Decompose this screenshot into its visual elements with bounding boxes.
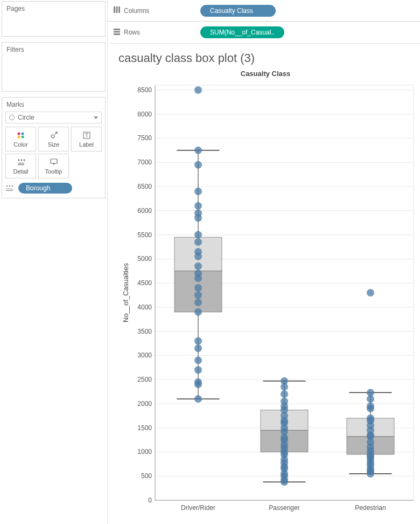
svg-text:Driver/Rider: Driver/Rider — [181, 504, 215, 512]
svg-rect-10 — [18, 163, 24, 163]
detail-shelf-icon — [5, 184, 15, 192]
columns-icon — [113, 6, 121, 15]
data-point[interactable] — [194, 356, 202, 364]
detail-pill-borough[interactable]: Borough — [18, 183, 72, 194]
data-point[interactable] — [281, 390, 288, 398]
tooltip-button[interactable]: Tooltip — [38, 154, 69, 178]
columns-label: Columns — [124, 7, 149, 15]
size-icon — [49, 130, 59, 140]
color-icon — [16, 130, 26, 140]
svg-text:2500: 2500 — [137, 376, 152, 383]
marks-card: Marks Circle Color — [2, 97, 106, 198]
data-point[interactable] — [194, 202, 202, 210]
chart-area[interactable]: 0500100015002000250030003500400045005000… — [112, 80, 419, 523]
svg-rect-11 — [18, 164, 24, 165]
data-point[interactable] — [194, 161, 202, 169]
svg-text:5000: 5000 — [137, 255, 152, 263]
size-button[interactable]: Size — [38, 127, 69, 151]
svg-point-13 — [6, 185, 8, 187]
detail-button[interactable]: Detail — [5, 154, 36, 178]
pages-title: Pages — [2, 2, 105, 15]
label-icon: T — [82, 130, 92, 140]
svg-text:4000: 4000 — [137, 304, 152, 311]
svg-point-2 — [17, 136, 20, 139]
viz-title: casualty class box plot (3) — [112, 51, 419, 68]
svg-text:6500: 6500 — [137, 183, 152, 190]
data-point[interactable] — [194, 86, 202, 94]
label-button[interactable]: T Label — [71, 127, 102, 151]
data-point[interactable] — [281, 478, 288, 486]
data-point[interactable] — [194, 291, 202, 299]
data-point[interactable] — [194, 395, 202, 403]
svg-point-8 — [20, 160, 22, 161]
svg-text:No__of_Casualties: No__of_Casualties — [122, 263, 130, 322]
data-point[interactable] — [194, 238, 202, 246]
svg-text:0: 0 — [148, 497, 152, 504]
rows-pill[interactable]: SUM(No__of_Casual.. — [200, 26, 284, 38]
chevron-down-icon — [94, 116, 98, 119]
svg-text:2000: 2000 — [137, 400, 152, 408]
svg-text:T: T — [85, 133, 88, 139]
svg-point-1 — [21, 133, 24, 135]
svg-text:8500: 8500 — [137, 86, 152, 94]
data-point[interactable] — [367, 405, 374, 412]
mark-type-select[interactable]: Circle — [5, 112, 102, 123]
svg-rect-19 — [116, 6, 118, 13]
rows-icon — [113, 28, 121, 37]
data-point[interactable] — [194, 147, 202, 154]
column-header: Casualty Class — [112, 70, 419, 78]
data-point[interactable] — [194, 299, 202, 306]
svg-point-4 — [51, 135, 54, 138]
svg-text:3000: 3000 — [137, 351, 152, 359]
data-point[interactable] — [367, 289, 374, 297]
svg-text:5500: 5500 — [137, 231, 152, 239]
svg-text:6000: 6000 — [137, 207, 152, 215]
svg-text:4500: 4500 — [137, 279, 152, 287]
filters-shelf[interactable]: Filters — [2, 42, 106, 92]
svg-text:Passenger: Passenger — [269, 504, 299, 512]
mark-type-label: Circle — [18, 114, 34, 121]
marks-title: Marks — [2, 98, 105, 111]
svg-text:7000: 7000 — [137, 158, 152, 166]
data-point[interactable] — [281, 383, 288, 391]
svg-point-15 — [12, 185, 13, 187]
columns-pill[interactable]: Casualty Class — [200, 5, 276, 17]
data-point[interactable] — [194, 274, 202, 282]
data-point[interactable] — [194, 337, 202, 345]
filters-title: Filters — [2, 43, 105, 56]
data-point[interactable] — [194, 381, 202, 388]
columns-shelf[interactable]: Columns Casualty Class — [108, 0, 420, 22]
data-point[interactable] — [194, 284, 202, 292]
data-point[interactable] — [194, 231, 202, 239]
data-point[interactable] — [194, 308, 202, 316]
pages-shelf[interactable]: Pages — [2, 1, 106, 37]
data-point[interactable] — [194, 253, 202, 260]
data-point[interactable] — [194, 344, 202, 352]
rows-label: Rows — [124, 29, 140, 36]
color-button[interactable]: Color — [5, 127, 36, 151]
detail-icon — [16, 157, 26, 167]
data-point[interactable] — [194, 188, 202, 195]
svg-rect-18 — [114, 6, 115, 13]
svg-point-14 — [9, 185, 11, 187]
svg-rect-22 — [114, 31, 120, 32]
svg-rect-17 — [6, 190, 13, 191]
data-point[interactable] — [194, 214, 202, 222]
svg-point-0 — [17, 133, 20, 135]
svg-point-3 — [21, 136, 24, 139]
data-point[interactable] — [367, 470, 374, 478]
tooltip-icon — [49, 157, 59, 167]
svg-rect-12 — [51, 159, 57, 163]
svg-rect-20 — [118, 6, 120, 13]
svg-text:Pedestrian: Pedestrian — [355, 504, 386, 512]
svg-rect-16 — [6, 189, 13, 189]
data-point[interactable] — [367, 395, 374, 403]
svg-rect-23 — [114, 33, 120, 35]
data-point[interactable] — [194, 366, 202, 374]
data-point[interactable] — [194, 263, 202, 270]
svg-text:3500: 3500 — [137, 328, 152, 335]
rows-shelf[interactable]: Rows SUM(No__of_Casual.. — [108, 22, 420, 43]
svg-text:7500: 7500 — [137, 134, 152, 142]
circle-icon — [9, 115, 15, 120]
svg-rect-21 — [114, 29, 120, 30]
